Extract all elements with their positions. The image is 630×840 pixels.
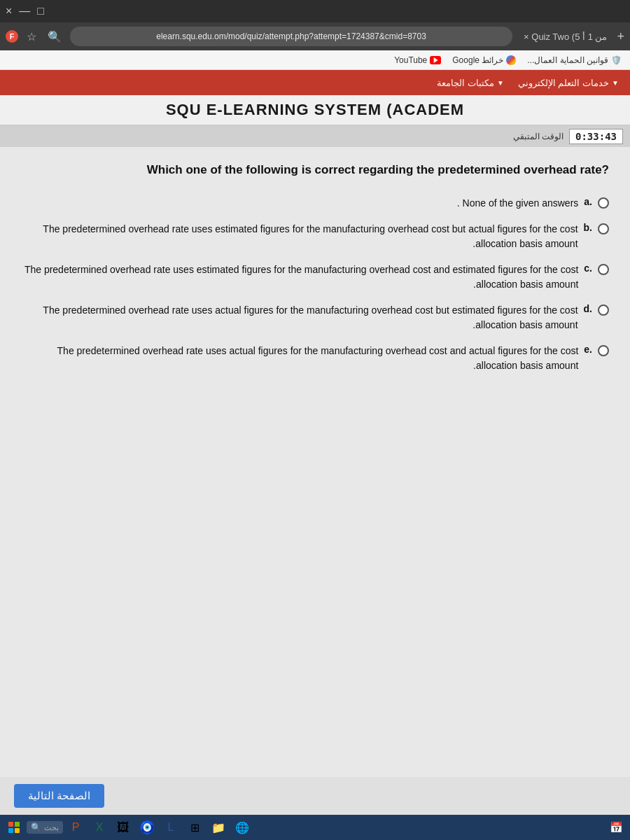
text-b: The predetermined overhead rate uses est… <box>21 222 578 251</box>
label-e: .e <box>584 344 592 355</box>
squ-header: SQU E-LEARNING SYSTEM (ACADEM <box>0 95 630 126</box>
taskbar-search-icon: 🔍 <box>31 822 41 832</box>
nav-arrow-libraries: ▼ <box>497 79 504 87</box>
laws-text: قوانين الحماية العمال... <box>527 55 608 65</box>
taskbar-folder-icon[interactable]: 📁 <box>207 818 230 837</box>
taskbar-excel-icon[interactable]: X <box>88 818 111 837</box>
powerpoint-icon: P <box>72 821 80 834</box>
bookmark-star-icon[interactable]: ☆ <box>24 27 39 46</box>
next-page-button[interactable]: الصفحة التالية <box>14 784 104 808</box>
taskbar-app2-icon[interactable]: 🖼 <box>112 818 134 837</box>
app2-icon: 🖼 <box>117 820 130 835</box>
bookmarks-bar: 🛡️ قوانين الحماية العمال... خرائط Google… <box>0 50 630 70</box>
bookmark-youtube[interactable]: YouTube <box>394 55 441 65</box>
label-b: .b <box>584 222 592 233</box>
window-controls: × — □ <box>6 6 44 17</box>
label-c: .c <box>584 262 592 274</box>
tab-label: × Quiz Two (5 من 1 أ <box>524 31 607 42</box>
nav-libraries-label: مكتبات الجامعة <box>437 78 494 88</box>
answer-option-c: .c The predetermined overhead rate uses … <box>21 262 609 292</box>
nav-item-libraries[interactable]: ▼ مكتبات الجامعة <box>437 78 504 88</box>
google-icon <box>506 55 516 65</box>
google-maps-text: خرائط Google <box>452 55 503 65</box>
word-icon: L <box>168 821 174 834</box>
taskbar: 🔍 بحث P X 🖼 🧿 L ⊞ 📁 🌐 📅 <box>0 815 630 840</box>
squ-nav: ▼ خدمات التعلم الإلكتروني ▼ مكتبات الجام… <box>0 70 630 95</box>
text-c: The predetermined overhead rate uses est… <box>21 262 578 292</box>
squ-title: SQU E-LEARNING SYSTEM (ACADEM <box>166 101 464 119</box>
taskbar-right-area: 📅 <box>605 818 627 837</box>
timer-display: 0:33:43 <box>569 129 623 144</box>
win-square-2 <box>15 822 20 827</box>
address-bar[interactable]: elearn.squ.edu.om/mod/quiz/attempt.php?a… <box>70 27 512 46</box>
taskbar-grid-icon[interactable]: ⊞ <box>183 818 206 837</box>
radio-a[interactable] <box>598 197 609 209</box>
maximize-button[interactable]: □ <box>37 6 44 17</box>
calendar-icon: 📅 <box>610 821 623 834</box>
windows-start-button[interactable] <box>3 818 25 837</box>
text-e: The predetermined overhead rate uses act… <box>21 344 578 373</box>
taskbar-search[interactable]: 🔍 بحث <box>27 821 63 834</box>
next-page-bar: الصفحة التالية <box>0 777 630 815</box>
taskbar-word-icon[interactable]: L <box>160 818 182 837</box>
taskbar-search-placeholder: بحث <box>44 823 59 832</box>
browser-chrome: F ☆ 🔍 elearn.squ.edu.om/mod/quiz/attempt… <box>0 22 630 50</box>
bookmark-google-maps[interactable]: خرائط Google <box>452 55 516 65</box>
taskbar-calendar-icon[interactable]: 📅 <box>605 818 627 837</box>
address-text: elearn.squ.edu.om/mod/quiz/attempt.php?a… <box>78 31 504 41</box>
label-a: .a <box>584 196 592 207</box>
text-a: None of the given answers . <box>21 196 578 211</box>
app3-icon: 🧿 <box>139 820 155 835</box>
close-button[interactable]: × <box>6 6 12 17</box>
win-square-1 <box>8 822 13 827</box>
youtube-icon <box>430 56 441 64</box>
title-bar: × — □ <box>0 0 630 22</box>
taskbar-powerpoint-icon[interactable]: P <box>64 818 87 837</box>
taskbar-app3-icon[interactable]: 🧿 <box>136 818 158 837</box>
bookmark-laws[interactable]: 🛡️ قوانين الحماية العمال... <box>527 55 622 65</box>
radio-d[interactable] <box>598 304 609 316</box>
youtube-label: YouTube <box>394 55 427 65</box>
timer-bar: 0:33:43 الوقت المتبقي <box>0 126 630 147</box>
answer-option-e: .e The predetermined overhead rate uses … <box>21 344 609 373</box>
minimize-button[interactable]: — <box>19 6 30 17</box>
nav-item-elearning[interactable]: ▼ خدمات التعلم الإلكتروني <box>518 78 619 88</box>
folder-icon: 📁 <box>211 821 225 834</box>
label-d: .d <box>584 303 592 314</box>
nav-arrow-elearning: ▼ <box>612 79 619 87</box>
answer-option-b: .b The predetermined overhead rate uses … <box>21 222 609 251</box>
win-square-4 <box>15 828 20 833</box>
radio-c[interactable] <box>598 264 609 275</box>
edge-icon: 🌐 <box>235 821 249 834</box>
win-square-3 <box>8 828 13 833</box>
new-tab-button[interactable]: + <box>617 29 624 44</box>
answer-option-a: .a None of the given answers . <box>21 196 609 211</box>
question-text: ?Which one of the following is correct r… <box>21 161 609 179</box>
text-d: The predetermined overhead rate uses act… <box>21 303 578 332</box>
search-icon[interactable]: 🔍 <box>45 27 64 46</box>
favicon: F <box>6 30 18 43</box>
quiz-content: ?Which one of the following is correct r… <box>0 147 630 778</box>
nav-elearning-label: خدمات التعلم الإلكتروني <box>518 78 609 88</box>
laws-label: 🛡️ <box>611 55 622 65</box>
grid-icon: ⊞ <box>190 821 200 834</box>
excel-icon: X <box>96 821 104 834</box>
taskbar-edge-icon[interactable]: 🌐 <box>231 818 253 837</box>
radio-e[interactable] <box>598 345 609 356</box>
radio-b[interactable] <box>598 223 609 234</box>
timer-label: الوقت المتبقي <box>513 132 564 141</box>
answer-option-d: .d The predetermined overhead rate uses … <box>21 303 609 332</box>
